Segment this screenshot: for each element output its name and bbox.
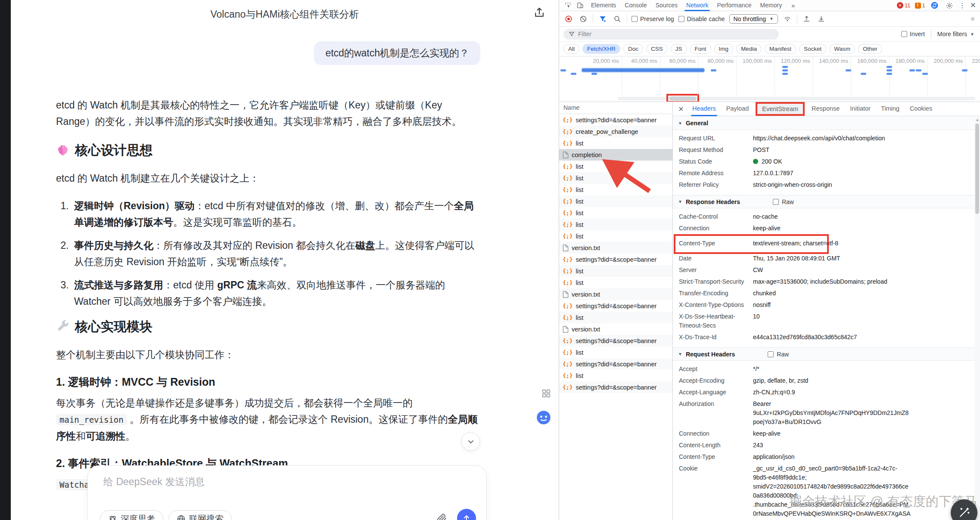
request-row-list[interactable]: {;}list [559, 265, 672, 277]
request-row-list[interactable]: {;}list [559, 312, 672, 323]
request-row-list[interactable]: {;}list [559, 137, 672, 149]
header-row-authorization[interactable]: AuthorizationBearer 9uLXr+I2kPGyDbsYmtjM… [673, 398, 974, 428]
header-row-referrer-policy[interactable]: Referrer Policystrict-origin-when-cross-… [673, 179, 974, 191]
header-row-connection[interactable]: Connectionkeep-alive [673, 223, 974, 234]
request-row-settings-did-scope-banner[interactable]: {;}settings?did=&scope=banner [559, 300, 672, 312]
network-settings-gear-icon[interactable] [970, 15, 980, 23]
request-row-list[interactable]: {;}list [559, 219, 672, 230]
filter-chip-img[interactable]: Img [714, 44, 734, 54]
extension-sync-icon[interactable] [930, 1, 940, 10]
request-row-version.txt[interactable]: version.txt [559, 323, 672, 335]
record-network-log-icon[interactable] [563, 15, 574, 23]
header-row-cookie[interactable]: Cookie_gc_usr_id_cs0_d0_sec0_part0=9b5a1… [673, 463, 974, 520]
request-row-list[interactable]: {;}list [559, 172, 672, 184]
raw-checkbox[interactable]: Raw [773, 198, 794, 205]
filter-chip-fetch-xhr[interactable]: Fetch/XHR [582, 44, 620, 54]
request-row-settings-did-scope-banner[interactable]: {;}settings?did=&scope=banner [559, 114, 672, 126]
share-icon[interactable] [533, 6, 548, 21]
request-row-list[interactable]: {;}list [559, 277, 672, 288]
network-filter-input[interactable]: Filter [563, 29, 779, 40]
disable-cache-checkbox[interactable]: Disable cache [678, 15, 725, 22]
network-overview-timeline[interactable]: 20,000 ms40,000 ms60,000 ms80,000 ms100,… [559, 56, 980, 102]
devtools-close-icon[interactable]: ✕ [970, 1, 976, 10]
section-header-request-headers[interactable]: ▼Request HeadersRaw [673, 347, 974, 361]
headers-detail-body[interactable]: ▼GeneralRequest URLhttps://chat.deepseek… [673, 117, 974, 520]
scrollbar-thumb[interactable] [975, 124, 979, 214]
header-row-transfer-encoding[interactable]: Transfer-Encodingchunked [673, 288, 974, 299]
request-row-list[interactable]: {;}list [559, 184, 672, 195]
search-icon[interactable] [612, 15, 622, 23]
deep-think-button[interactable]: 深度思考 [100, 510, 163, 520]
request-row-version.txt[interactable]: version.txt [559, 242, 672, 254]
web-search-button[interactable]: 联网搜索 [168, 510, 232, 520]
header-row-accept[interactable]: Accept*/* [673, 363, 974, 375]
more-tabs-chevron[interactable]: » [788, 2, 798, 9]
widget-grid-icon[interactable] [541, 389, 551, 398]
details-tab-cookies[interactable]: Cookies [905, 102, 937, 116]
request-row-list[interactable]: {;}list [559, 370, 672, 381]
details-tab-payload[interactable]: Payload [722, 102, 753, 116]
header-row-content-type[interactable]: Content-Typeapplication/json [673, 451, 974, 463]
more-filters-button[interactable]: More filters ▼ [937, 31, 974, 37]
preserve-log-checkbox[interactable]: Preserve log [632, 15, 674, 22]
header-row-date[interactable]: DateThu, 15 Jan 2026 08:49:01 GMT [673, 253, 974, 264]
devtools-tab-console[interactable]: Console [620, 0, 651, 11]
devtools-tab-elements[interactable]: Elements [587, 0, 620, 11]
request-row-settings-did-scope-banner[interactable]: {;}settings?did=&scope=banner [559, 358, 672, 370]
console-warnings-badge[interactable]: ! 1 [915, 2, 925, 9]
header-row-accept-language[interactable]: Accept-Languagezh-CN,zh;q=0.9 [673, 387, 974, 398]
request-row-list[interactable]: {;}list [559, 230, 672, 242]
scrollbar-up-arrow[interactable]: ▲ [974, 118, 980, 122]
filter-chip-wasm[interactable]: Wasm [829, 44, 855, 54]
details-tab-timing[interactable]: Timing [876, 102, 904, 116]
filter-chip-css[interactable]: CSS [646, 44, 668, 54]
filter-chip-other[interactable]: Other [858, 44, 882, 54]
kebab-menu-icon[interactable]: ⋮ [959, 1, 966, 9]
header-row-request-method[interactable]: Request MethodPOST [673, 144, 974, 156]
header-row-server[interactable]: ServerCW [673, 264, 974, 276]
request-row-settings-did-scope-banner[interactable]: {;}settings?did=&scope=banner [559, 254, 672, 265]
request-list-name-header[interactable]: Name [559, 102, 672, 114]
request-row-completion[interactable]: completion [559, 149, 672, 161]
devtools-tab-network[interactable]: Network [682, 0, 712, 11]
header-row-cache-control[interactable]: Cache-Controlno-cache [673, 211, 974, 223]
filter-chip-js[interactable]: JS [671, 44, 687, 54]
filter-chip-socket[interactable]: Socket [799, 44, 826, 54]
request-row-list[interactable]: {;}list [559, 207, 672, 219]
throttling-select[interactable]: No throttling ▼ [729, 14, 778, 24]
raw-checkbox[interactable]: Raw [768, 351, 789, 358]
send-button[interactable] [457, 509, 476, 520]
header-row-content-length[interactable]: Content-Length243 [673, 440, 974, 451]
details-scrollbar[interactable]: ▲ [974, 117, 980, 520]
console-errors-badge[interactable]: ✕ 11 [897, 2, 911, 9]
header-row-x-ds-sse-heartbeat-timeout-secs[interactable]: X-Ds-Sse-Heartbeat-Timeout-Secs10 [673, 311, 974, 331]
paperclip-icon[interactable] [436, 513, 448, 520]
inspect-element-icon[interactable] [563, 1, 573, 10]
section-header-general[interactable]: ▼General [673, 117, 974, 130]
header-row-x-ds-trace-id[interactable]: X-Ds-Trace-Ide44ca1312ed769fcd8a30c3d65c… [673, 331, 974, 343]
device-toolbar-icon[interactable] [575, 1, 585, 10]
collapsed-sidebar[interactable] [0, 0, 11, 520]
close-details-icon[interactable]: ✕ [675, 105, 687, 113]
devtools-tab-sources[interactable]: Sources [651, 0, 682, 11]
request-row-list[interactable]: {;}list [559, 347, 672, 358]
header-row-remote-address[interactable]: Remote Address127.0.0.1:7897 [673, 167, 974, 179]
network-conditions-icon[interactable] [782, 15, 793, 23]
header-row-accept-encoding[interactable]: Accept-Encodinggzip, deflate, br, zstd [673, 375, 974, 387]
scroll-to-bottom-button[interactable] [461, 432, 480, 451]
header-row-request-url[interactable]: Request URLhttps://chat.deepseek.com/api… [673, 133, 974, 144]
request-row-version.txt[interactable]: version.txt [559, 288, 672, 300]
details-tab-response[interactable]: Response [807, 102, 844, 116]
request-row-settings-did-scope-banner[interactable]: {;}settings?did=&scope=banner [559, 335, 672, 347]
header-row-content-type[interactable]: Content-Typetext/event-stream; charset=u… [673, 238, 974, 249]
request-row-settings-did-scope-banner[interactable]: {;}settings?did=&scope=banner [559, 381, 672, 393]
invert-checkbox[interactable]: Invert [901, 31, 925, 37]
request-row-create_pow_challenge[interactable]: {;}create_pow_challenge [559, 126, 672, 137]
filter-chip-doc[interactable]: Doc [623, 44, 643, 54]
header-row-strict-transport-security[interactable]: Strict-Transport-Securitymax-age=3153600… [673, 276, 974, 288]
header-row-status-code[interactable]: Status Code200 OK [673, 156, 974, 167]
filter-chip-font[interactable]: Font [690, 44, 711, 54]
filter-funnel-icon[interactable] [597, 15, 608, 23]
request-row-list[interactable]: {;}list [559, 161, 672, 172]
details-tab-headers[interactable]: Headers [688, 102, 721, 116]
